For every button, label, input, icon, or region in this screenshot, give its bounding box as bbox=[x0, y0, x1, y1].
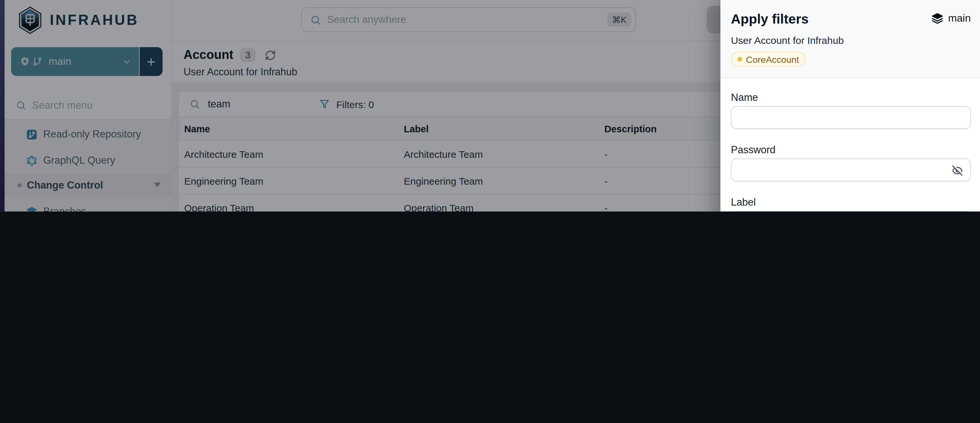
infrahub-app: INFRAHUB bbox=[0, 0, 980, 211]
apply-filters-panel: Apply filters main User Account for Infr… bbox=[721, 0, 980, 211]
badge-dot-icon bbox=[737, 57, 742, 62]
field-label: Label bbox=[731, 196, 971, 211]
layers-icon bbox=[932, 13, 943, 24]
panel-header: Apply filters main User Account for Infr… bbox=[721, 0, 980, 78]
modal-backdrop[interactable] bbox=[0, 0, 721, 211]
eye-off-icon[interactable] bbox=[952, 165, 963, 176]
field-name: Name bbox=[731, 91, 971, 129]
panel-subtitle: User Account for Infrahub bbox=[731, 35, 971, 46]
kind-badge: CoreAccount bbox=[731, 52, 806, 67]
panel-branch-indicator[interactable]: main bbox=[932, 13, 971, 24]
panel-branch-label: main bbox=[948, 13, 971, 24]
password-input[interactable] bbox=[732, 159, 970, 181]
name-input[interactable] bbox=[732, 107, 970, 128]
field-password: Password bbox=[731, 143, 971, 181]
